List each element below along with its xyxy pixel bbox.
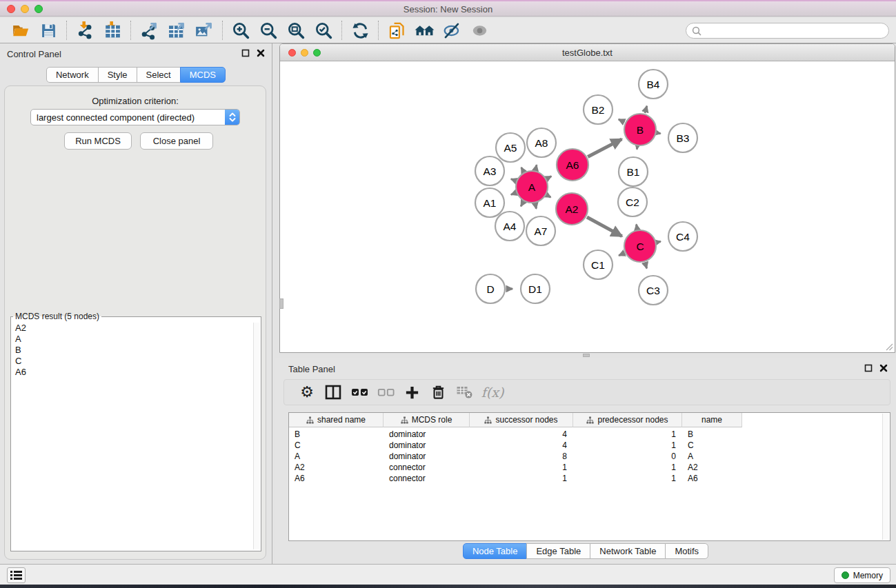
import-table-icon bbox=[103, 21, 122, 40]
table-cell: 8 bbox=[470, 451, 573, 462]
split-view-button[interactable] bbox=[320, 382, 346, 403]
zoom-fit-button[interactable] bbox=[282, 20, 310, 41]
close-panel-button[interactable]: Close panel bbox=[140, 132, 213, 150]
svg-text:D1: D1 bbox=[528, 283, 542, 295]
graph-node-C1[interactable]: C1 bbox=[584, 250, 613, 279]
column-header-predecessor-nodes[interactable]: predecessor nodes bbox=[573, 413, 682, 427]
export-table-button[interactable] bbox=[163, 20, 190, 41]
selected-option: largest connected component (directed) bbox=[31, 112, 225, 123]
export-network-button[interactable] bbox=[135, 20, 163, 41]
tab-edge-table[interactable]: Edge Table bbox=[526, 543, 590, 559]
save-session-button[interactable] bbox=[34, 20, 62, 41]
graph-edge-C-C1 bbox=[619, 253, 624, 256]
network-canvas[interactable]: B4B2BB3A8A5A6A3B1AA1C2A2A4A7C4CC1C3DD1 bbox=[281, 62, 894, 352]
graph-node-A4[interactable]: A4 bbox=[495, 212, 524, 241]
graph-node-B1[interactable]: B1 bbox=[619, 157, 648, 186]
graph-node-A7[interactable]: A7 bbox=[526, 216, 555, 245]
tab-motifs[interactable]: Motifs bbox=[665, 543, 708, 559]
column-header-MCDS-role[interactable]: MCDS role bbox=[384, 413, 470, 427]
graph-node-A6[interactable]: A6 bbox=[557, 149, 588, 181]
graph-node-C4[interactable]: C4 bbox=[668, 222, 697, 251]
graph-node-B3[interactable]: B3 bbox=[668, 123, 697, 152]
svg-text:A8: A8 bbox=[535, 137, 548, 149]
graph-node-C2[interactable]: C2 bbox=[618, 187, 647, 216]
mcds-result-item[interactable]: B bbox=[12, 345, 252, 356]
table-row[interactable]: Cdominator41C bbox=[289, 440, 882, 451]
svg-text:C: C bbox=[636, 241, 644, 252]
graph-node-C3[interactable]: C3 bbox=[639, 276, 668, 305]
tab-network[interactable]: Network bbox=[46, 67, 99, 83]
table-settings-button[interactable]: ⚙ bbox=[294, 382, 320, 403]
graph-node-A1[interactable]: A1 bbox=[475, 188, 504, 217]
mcds-result-item[interactable]: A bbox=[12, 334, 252, 345]
graph-node-B[interactable]: B bbox=[624, 114, 656, 145]
task-history-button[interactable] bbox=[7, 567, 26, 583]
table-scrollbar[interactable] bbox=[882, 414, 889, 540]
mcds-result-item[interactable]: C bbox=[12, 356, 252, 367]
search-box[interactable] bbox=[686, 23, 889, 39]
table-row[interactable]: A2connector11A2 bbox=[289, 462, 882, 473]
float-panel-icon[interactable] bbox=[241, 49, 250, 57]
table-cell: A2 bbox=[289, 462, 384, 473]
graph-node-A3[interactable]: A3 bbox=[475, 156, 504, 185]
main-titlebar: Session: New Session bbox=[0, 0, 896, 17]
table-panel-header: Table Panel bbox=[275, 358, 896, 379]
horizontal-scrollbar-thumb[interactable] bbox=[583, 354, 590, 357]
import-table-button[interactable] bbox=[99, 20, 126, 41]
import-network-button[interactable] bbox=[71, 20, 99, 41]
tab-style[interactable]: Style bbox=[98, 67, 137, 83]
result-list-scrollbar[interactable] bbox=[253, 323, 260, 549]
search-input[interactable] bbox=[705, 26, 883, 36]
close-table-panel-icon[interactable] bbox=[879, 364, 888, 372]
graph-node-D1[interactable]: D1 bbox=[521, 274, 550, 303]
open-session-button[interactable] bbox=[7, 20, 34, 41]
zoom-out-button[interactable] bbox=[255, 20, 282, 41]
network-window-titlebar[interactable]: testGlobe.txt bbox=[280, 44, 895, 61]
optimization-criterion-select[interactable]: largest connected component (directed) bbox=[30, 109, 240, 125]
tab-node-table[interactable]: Node Table bbox=[463, 543, 528, 559]
select-all-button[interactable] bbox=[346, 382, 372, 403]
deselect-all-button[interactable] bbox=[372, 382, 399, 403]
mcds-result-title: MCDS result (5 nodes) bbox=[13, 312, 101, 321]
table-row[interactable]: Bdominator41B bbox=[289, 429, 882, 440]
list-icon bbox=[10, 570, 22, 580]
column-header-successor-nodes[interactable]: successor nodes bbox=[470, 413, 573, 427]
svg-text:B2: B2 bbox=[592, 104, 605, 116]
zoom-selected-button[interactable] bbox=[310, 20, 337, 41]
zoom-in-button[interactable] bbox=[227, 20, 255, 41]
column-header-name[interactable]: name bbox=[682, 413, 742, 427]
mcds-result-item[interactable]: A2 bbox=[12, 323, 252, 334]
refresh-button[interactable] bbox=[346, 20, 374, 41]
graph-node-A2[interactable]: A2 bbox=[556, 193, 588, 225]
graph-node-B4[interactable]: B4 bbox=[639, 70, 668, 99]
resize-grip-icon[interactable] bbox=[884, 342, 893, 351]
optimization-criterion-label: Optimization criterion: bbox=[5, 96, 266, 106]
open-session-icon bbox=[11, 21, 30, 39]
run-mcds-button[interactable]: Run MCDS bbox=[64, 132, 132, 150]
column-header-shared-name[interactable]: shared name bbox=[289, 413, 384, 427]
close-panel-icon[interactable] bbox=[257, 49, 265, 57]
hide-graphics-details-button[interactable] bbox=[438, 20, 466, 41]
tab-network-table[interactable]: Network Table bbox=[590, 543, 666, 559]
graph-node-A[interactable]: A bbox=[516, 171, 548, 203]
delete-column-button[interactable] bbox=[425, 382, 451, 403]
graph-node-D[interactable]: D bbox=[476, 274, 505, 303]
memory-button[interactable]: Memory bbox=[834, 567, 890, 583]
cybrowser-home-button[interactable] bbox=[410, 20, 438, 41]
graph-node-B2[interactable]: B2 bbox=[584, 95, 613, 124]
graph-node-C[interactable]: C bbox=[624, 230, 656, 262]
tab-mcds[interactable]: MCDS bbox=[180, 67, 226, 83]
float-table-panel-icon[interactable] bbox=[864, 364, 873, 372]
tab-select[interactable]: Select bbox=[137, 67, 181, 83]
mcds-result-item[interactable]: A6 bbox=[12, 367, 252, 378]
table-row[interactable]: A6connector11A6 bbox=[289, 473, 882, 484]
svg-text:C2: C2 bbox=[626, 196, 639, 208]
add-column-button[interactable] bbox=[399, 382, 425, 403]
vertical-scrollbar-thumb[interactable] bbox=[279, 298, 283, 309]
graph-node-A5[interactable]: A5 bbox=[496, 133, 525, 162]
duplicate-network-button[interactable] bbox=[383, 20, 410, 41]
table-row[interactable]: Adominator80A bbox=[289, 451, 882, 462]
column-type-icon bbox=[401, 416, 408, 424]
export-image-button[interactable] bbox=[190, 20, 218, 41]
graph-node-A8[interactable]: A8 bbox=[527, 128, 556, 157]
